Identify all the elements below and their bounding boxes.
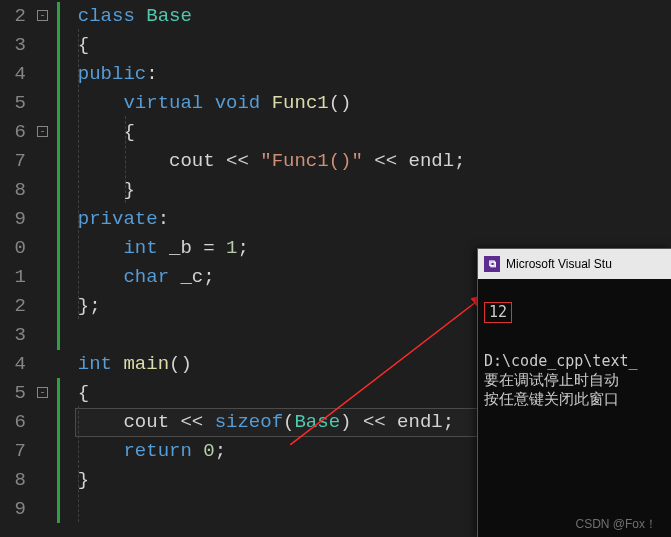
keyword: public: [78, 63, 146, 85]
line-number: 1: [0, 263, 26, 292]
operator: =: [192, 237, 226, 259]
console-text: 按任意键关闭此窗口: [484, 390, 619, 408]
line-number: 8: [0, 466, 26, 495]
identifier: _c: [180, 266, 203, 288]
identifier: endl: [408, 150, 454, 172]
brace: }: [78, 469, 89, 491]
code-line[interactable]: }: [55, 176, 671, 205]
operator: <<: [351, 411, 397, 433]
punct: ;: [454, 150, 465, 172]
code-line[interactable]: public:: [55, 60, 671, 89]
code-line[interactable]: class Base: [55, 2, 671, 31]
punct: ;: [237, 237, 248, 259]
indent-guide: [78, 406, 79, 522]
line-number-gutter: 2 3 4 5 6 7 8 9 0 1 2 3 4 5 6 7 8 9: [0, 0, 30, 524]
line-number: 4: [0, 350, 26, 379]
keyword: private: [78, 208, 158, 230]
line-number: 2: [0, 292, 26, 321]
operator: <<: [215, 150, 261, 172]
keyword: char: [123, 266, 169, 288]
console-window[interactable]: ⧉ Microsoft Visual Stu 12 D:\code_cpp\te…: [477, 248, 671, 537]
fold-column: - - -: [33, 0, 55, 524]
line-number: 0: [0, 234, 26, 263]
code-line[interactable]: private:: [55, 205, 671, 234]
line-number: 9: [0, 495, 26, 524]
function-name: Func1: [272, 92, 329, 114]
keyword: int: [123, 237, 157, 259]
line-number: 6: [0, 118, 26, 147]
keyword: sizeof: [215, 411, 283, 433]
code-line[interactable]: cout << "Func1()" << endl;: [55, 147, 671, 176]
line-number: 7: [0, 147, 26, 176]
line-number: 6: [0, 408, 26, 437]
console-output[interactable]: 12 D:\code_cpp\text_ 要在调试停止时自动 按任意键关闭此窗口: [478, 279, 671, 432]
console-titlebar[interactable]: ⧉ Microsoft Visual Stu: [478, 249, 671, 279]
line-number: 5: [0, 89, 26, 118]
brace: {: [78, 34, 89, 56]
punct: ;: [215, 440, 226, 462]
function-name: main: [123, 353, 169, 375]
line-number: 2: [0, 2, 26, 31]
indent-guide: [78, 29, 79, 319]
line-number: 3: [0, 321, 26, 350]
keyword: return: [123, 440, 191, 462]
line-number: 9: [0, 205, 26, 234]
identifier: _b: [169, 237, 192, 259]
console-text: 要在调试停止时自动: [484, 371, 619, 389]
line-number: 3: [0, 31, 26, 60]
paren: ): [340, 411, 351, 433]
punct: ;: [443, 411, 454, 433]
type-name: Base: [294, 411, 340, 433]
number-literal: 0: [203, 440, 214, 462]
fold-toggle-icon[interactable]: -: [37, 387, 48, 398]
paren: (: [283, 411, 294, 433]
string-literal: "Func1()": [260, 150, 363, 172]
identifier: cout: [169, 150, 215, 172]
brace: {: [78, 382, 89, 404]
keyword: virtual: [123, 92, 203, 114]
watermark: CSDN @Fox！: [575, 516, 657, 533]
console-path: D:\code_cpp\text_: [484, 352, 638, 370]
type-name: Base: [146, 5, 192, 27]
punct: ;: [203, 266, 214, 288]
fold-toggle-icon[interactable]: -: [37, 126, 48, 137]
code-line[interactable]: virtual void Func1(): [55, 89, 671, 118]
punct: :: [146, 63, 157, 85]
console-title: Microsoft Visual Stu: [506, 257, 612, 271]
parens: (): [329, 92, 352, 114]
space: [192, 440, 203, 462]
code-line[interactable]: {: [55, 31, 671, 60]
operator: <<: [363, 150, 409, 172]
punct: :: [158, 208, 169, 230]
keyword: int: [78, 353, 112, 375]
identifier: endl: [397, 411, 443, 433]
fold-toggle-icon[interactable]: -: [37, 10, 48, 21]
indent-guide: [125, 116, 126, 203]
line-number: 4: [0, 60, 26, 89]
operator: <<: [169, 411, 215, 433]
line-number: 5: [0, 379, 26, 408]
brace: };: [78, 295, 101, 317]
keyword: class: [78, 5, 135, 27]
code-line[interactable]: {: [55, 118, 671, 147]
highlighted-output: 12: [484, 302, 512, 323]
keyword: void: [215, 92, 261, 114]
identifier: cout: [123, 411, 169, 433]
vs-icon: ⧉: [484, 256, 500, 272]
line-number: 7: [0, 437, 26, 466]
line-number: 8: [0, 176, 26, 205]
number-literal: 1: [226, 237, 237, 259]
parens: (): [169, 353, 192, 375]
